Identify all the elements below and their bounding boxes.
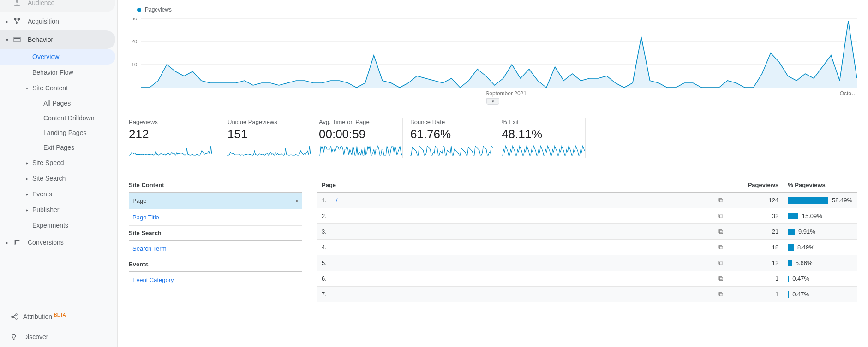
open-in-new-icon[interactable]: ⧉ (713, 271, 728, 287)
nav-item-behavior[interactable]: ▾ Behavior (0, 30, 115, 49)
metric-card[interactable]: % Exit 48.11% (494, 118, 586, 158)
metric-card[interactable]: Avg. Time on Page 00:00:59 (311, 118, 403, 158)
dim-group-header: Events (129, 257, 302, 272)
open-in-new-icon[interactable]: ⧉ (713, 240, 728, 255)
subnav-landing-pages[interactable]: Landing Pages (0, 125, 117, 140)
metric-label: Unique Pageviews (227, 118, 304, 125)
nav-label: Acquisition (28, 18, 59, 25)
open-in-new-icon[interactable]: ⧉ (713, 287, 728, 302)
nav-item-audience[interactable]: Audience (0, 0, 115, 12)
subnav-behavior-flow[interactable]: Behavior Flow (0, 65, 115, 80)
beta-badge: BETA (54, 312, 66, 318)
svg-text:30: 30 (132, 18, 137, 21)
row-index: 1. (317, 193, 331, 208)
svg-point-6 (16, 314, 17, 315)
nav-item-conversions[interactable]: ▸ Conversions (0, 233, 115, 252)
subnav-all-pages[interactable]: All Pages (0, 96, 117, 111)
open-in-new-icon[interactable]: ⧉ (713, 255, 728, 271)
subnav-content-drilldown[interactable]: Content Drilldown (0, 111, 117, 125)
main-content: Pageviews 102030 September 2021 Octo… ▾ … (118, 0, 868, 347)
site-content-sublist: All Pages Content Drilldown Landing Page… (0, 96, 117, 155)
sparkline (319, 145, 402, 156)
table-row[interactable]: 6. ⧉ 1 0.47% (317, 271, 857, 287)
subnav-exit-pages[interactable]: Exit Pages (0, 140, 117, 155)
sidebar: Audience ▸ Acquisition ▾ Behavior Overvi… (0, 0, 118, 347)
nav-attribution[interactable]: Attribution BETA (0, 306, 117, 327)
sparkline (227, 145, 311, 156)
dim-row[interactable]: Page Title (129, 209, 302, 226)
row-page-link[interactable] (331, 255, 713, 271)
row-pct: 5.66% (783, 255, 857, 271)
table-header-page[interactable]: Page (317, 178, 728, 193)
table-row[interactable]: 4. ⧉ 18 8.49% (317, 240, 857, 255)
legend-label: Pageviews (145, 6, 172, 13)
metric-label: % Exit (502, 118, 578, 125)
row-pct: 15.09% (783, 208, 857, 224)
table-row[interactable]: 3. ⧉ 21 9.91% (317, 224, 857, 240)
line-chart[interactable]: 102030 (129, 18, 857, 98)
open-in-new-icon[interactable]: ⧉ (713, 193, 728, 208)
behavior-sublist: Overview Behavior Flow ▾ Site Content Al… (0, 49, 117, 233)
row-page-link[interactable] (331, 271, 713, 287)
dim-group-header: Site Search (129, 226, 302, 241)
lower-panels: Site ContentPage▸Page TitleSite SearchSe… (129, 178, 857, 302)
chevron-down-icon: ▾ (5, 37, 9, 42)
table-row[interactable]: 1. / ⧉ 124 58.49% (317, 193, 857, 208)
row-pct: 0.47% (783, 271, 857, 287)
nav-discover[interactable]: Discover (0, 327, 117, 347)
pages-table: Page Pageviews % Pageviews 1. / ⧉ 124 58… (317, 178, 857, 302)
nav-item-acquisition[interactable]: ▸ Acquisition (0, 12, 115, 30)
subnav-label: Behavior Flow (32, 69, 73, 76)
subnav-overview[interactable]: Overview (0, 49, 115, 65)
row-page-link[interactable] (331, 287, 713, 302)
chevron-right-icon: ▸ (26, 192, 30, 197)
audience-icon (12, 0, 22, 7)
open-in-new-icon[interactable]: ⧉ (713, 208, 728, 224)
subnav-label: All Pages (43, 100, 71, 107)
table-row[interactable]: 5. ⧉ 12 5.66% (317, 255, 857, 271)
row-page-link[interactable] (331, 224, 713, 240)
row-pageviews: 32 (728, 208, 783, 224)
chart-legend[interactable]: Pageviews (129, 4, 857, 18)
subnav-site-search[interactable]: ▸ Site Search (0, 171, 115, 186)
svg-point-5 (12, 316, 13, 318)
nav-label: Discover (23, 333, 48, 341)
chart-wrap: 102030 September 2021 Octo… ▾ (129, 18, 857, 98)
nav-label: Behavior (28, 36, 53, 43)
metric-card[interactable]: Pageviews 212 (129, 118, 220, 158)
row-page-link[interactable] (331, 240, 713, 255)
sparkline (129, 145, 212, 156)
subnav-publisher[interactable]: ▸ Publisher (0, 202, 115, 218)
acquisition-icon (12, 17, 22, 25)
metric-label: Avg. Time on Page (319, 118, 395, 125)
x-axis-mid-label: September 2021 (485, 90, 527, 97)
sidebar-bottom: Attribution BETA Discover (0, 306, 117, 347)
dim-row[interactable]: Event Category (129, 272, 302, 288)
subnav-label: Site Content (32, 84, 68, 92)
dim-row[interactable]: Page▸ (129, 193, 302, 209)
discover-icon (10, 333, 23, 341)
svg-point-1 (14, 18, 16, 20)
dim-row[interactable]: Search Term (129, 241, 302, 257)
subnav-site-speed[interactable]: ▸ Site Speed (0, 155, 115, 171)
open-in-new-icon[interactable]: ⧉ (713, 224, 728, 240)
metric-card[interactable]: Bounce Rate 61.76% (403, 118, 494, 158)
chart-area: Pageviews 102030 September 2021 Octo… ▾ (129, 0, 857, 98)
row-index: 7. (317, 287, 331, 302)
subnav-events[interactable]: ▸ Events (0, 186, 115, 202)
table-header-pct[interactable]: % Pageviews (783, 178, 857, 193)
row-index: 6. (317, 271, 331, 287)
metric-card[interactable]: Unique Pageviews 151 (220, 118, 311, 158)
table-row[interactable]: 7. ⧉ 1 0.47% (317, 287, 857, 302)
subnav-label: Landing Pages (43, 129, 86, 136)
row-page-link[interactable] (331, 208, 713, 224)
subnav-site-content[interactable]: ▾ Site Content (0, 80, 115, 96)
table-row[interactable]: 2. ⧉ 32 15.09% (317, 208, 857, 224)
table-header-pageviews[interactable]: Pageviews (728, 178, 783, 193)
row-page-link[interactable]: / (331, 193, 713, 208)
nav-label: Attribution (23, 313, 52, 320)
svg-point-7 (16, 318, 17, 319)
metric-label: Bounce Rate (410, 118, 486, 125)
drag-handle[interactable]: ▾ (486, 98, 499, 105)
subnav-experiments[interactable]: Experiments (0, 218, 115, 233)
